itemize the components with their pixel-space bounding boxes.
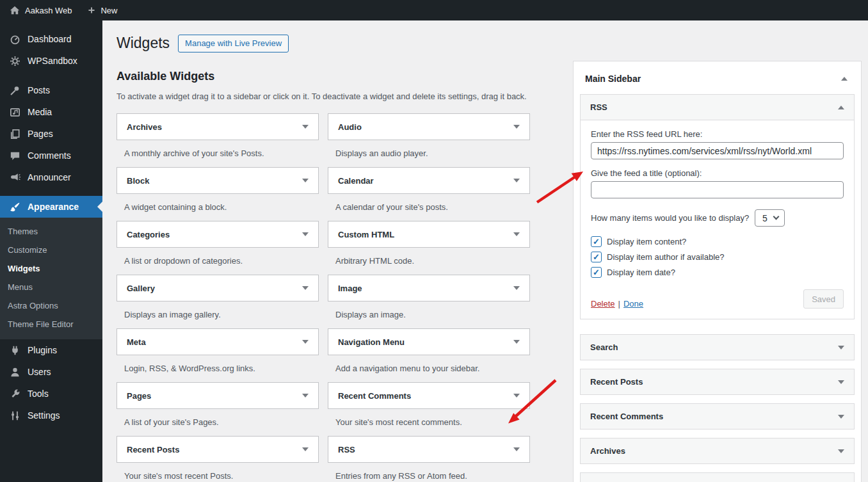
submenu-item-astra-options[interactable]: Astra Options [0, 296, 102, 315]
sidebar-item-settings[interactable]: Settings [0, 405, 102, 426]
available-widget-card[interactable]: Meta [117, 328, 319, 355]
available-widget-card[interactable]: Recent Posts [117, 436, 319, 463]
main-content: Widgets Manage with Live Preview Availab… [102, 20, 868, 482]
collapsed-widgets-list: Search Recent Posts Recent Comments [574, 334, 861, 464]
chevron-down-icon[interactable] [302, 286, 309, 290]
chevron-down-icon[interactable] [513, 286, 520, 290]
widget-description: A widget containing a block. [117, 194, 319, 221]
chevron-down-icon[interactable] [838, 449, 844, 453]
items-count-select[interactable]: 5 [755, 209, 785, 227]
sidebar-widget-header[interactable]: Archives [581, 438, 854, 463]
widget-action-links: Delete|Done [591, 299, 643, 309]
available-widget-card[interactable]: Gallery [117, 275, 319, 301]
available-widget-card[interactable]: Block [117, 167, 319, 194]
checkbox-checked-icon[interactable] [591, 236, 602, 247]
link-separator: | [618, 299, 620, 309]
widget-name: Recent Posts [127, 445, 179, 454]
new-label: New [100, 6, 117, 15]
chevron-down-icon[interactable] [302, 447, 309, 451]
sidebar-item-wpsandbox[interactable]: WPSandbox [0, 50, 102, 72]
site-name-menu[interactable]: Aakash Web [1, 0, 79, 20]
collapse-up-icon[interactable] [838, 106, 844, 109]
rss-widget-form: Enter the RSS feed URL here: Give the fe… [581, 120, 854, 319]
sidebar-widget-header[interactable]: Search [581, 335, 854, 360]
plus-icon [87, 6, 96, 15]
collapse-up-icon[interactable] [841, 77, 848, 81]
chevron-down-icon[interactable] [513, 447, 520, 451]
sidebar-item-label: Comments [28, 150, 71, 161]
sidebar-item-announcer[interactable]: Announcer [0, 166, 102, 188]
chevron-down-icon[interactable] [838, 346, 844, 349]
done-link[interactable]: Done [623, 299, 643, 309]
available-widget-card[interactable]: RSS [328, 436, 530, 463]
chevron-down-icon[interactable] [838, 380, 844, 384]
sidebar-item-dashboard[interactable]: Dashboard [0, 28, 102, 50]
available-widget-cell: Navigation Menu Add a navigation menu to… [328, 328, 530, 382]
chevron-down-icon[interactable] [513, 125, 520, 129]
widget-name: Categories [127, 230, 170, 239]
sidebar-widget-title: Recent Comments [590, 412, 663, 421]
sidebar-widget-header[interactable]: Recent Posts [581, 369, 854, 394]
home-icon [9, 4, 20, 16]
rss-url-input[interactable] [591, 142, 844, 159]
sidebar-item-posts[interactable]: Posts [0, 79, 102, 101]
available-widget-card[interactable]: Calendar [328, 167, 530, 194]
submenu-item-widgets[interactable]: Widgets [0, 259, 102, 278]
sidebar-item-appearance[interactable]: Appearance [0, 196, 102, 218]
widget-name: Block [127, 176, 149, 186]
submenu-item-themes[interactable]: Themes [0, 222, 102, 241]
widget-name: Custom HTML [338, 230, 394, 239]
checkbox-row: Display item author if available? [591, 252, 844, 262]
checkbox-checked-icon[interactable] [591, 267, 602, 278]
sidebar-widget-header[interactable]: Recent Comments [581, 404, 854, 429]
chevron-down-icon[interactable] [513, 179, 520, 182]
manage-live-preview-button[interactable]: Manage with Live Preview [178, 35, 289, 52]
submenu-item-menus[interactable]: Menus [0, 278, 102, 296]
available-widget-card[interactable]: Audio [328, 113, 530, 140]
new-content-menu[interactable]: New [79, 0, 125, 20]
submenu-item-theme-file-editor[interactable]: Theme File Editor [0, 315, 102, 333]
available-widget-card[interactable]: Categories [117, 221, 319, 248]
chevron-down-icon[interactable] [302, 340, 309, 344]
chevron-down-icon[interactable] [513, 394, 520, 398]
checkbox-label[interactable]: Display item content? [607, 237, 686, 246]
available-widgets-title: Available Widgets [117, 70, 531, 83]
sidebar-item-users[interactable]: Users [0, 361, 102, 383]
sidebar-item-label: Appearance [28, 202, 79, 212]
checkbox-checked-icon[interactable] [591, 252, 602, 262]
sidebar-widget-box: Archives [580, 438, 855, 464]
sidebar-item-media[interactable]: Media [0, 101, 102, 123]
available-widget-card[interactable]: Recent Comments [328, 382, 530, 409]
checkbox-label[interactable]: Display item author if available? [607, 252, 725, 262]
available-widget-card[interactable]: Image [328, 275, 530, 301]
chevron-down-icon[interactable] [302, 125, 309, 129]
saved-button[interactable]: Saved [803, 289, 844, 309]
sidebar-item-comments[interactable]: Comments [0, 145, 102, 166]
feed-title-input[interactable] [591, 181, 844, 198]
available-widget-card[interactable]: Custom HTML [328, 221, 530, 248]
chevron-down-icon[interactable] [838, 415, 844, 419]
rss-widget-header[interactable]: RSS [581, 95, 854, 120]
available-widget-card[interactable]: Navigation Menu [328, 328, 530, 355]
chevron-down-icon[interactable] [513, 232, 520, 236]
admin-bar: Aakash Web New [0, 0, 868, 20]
submenu-item-customize[interactable]: Customize [0, 241, 102, 259]
available-widget-card[interactable]: Archives [117, 113, 319, 140]
chevron-down-icon[interactable] [302, 232, 309, 236]
chevron-down-icon[interactable] [513, 340, 520, 344]
widget-description: A list of your site's Pages. [117, 409, 319, 436]
available-widget-cell: Block A widget containing a block. [117, 167, 319, 221]
chevron-down-icon[interactable] [302, 394, 309, 398]
chevron-down-icon[interactable] [302, 179, 309, 182]
checkbox-label[interactable]: Display item date? [607, 268, 675, 277]
sidebar-item-tools[interactable]: Tools [0, 383, 102, 405]
main-sidebar-title: Main Sidebar [585, 74, 641, 84]
available-widgets-section: Available Widgets To activate a widget d… [117, 70, 531, 482]
available-widget-card[interactable]: Pages [117, 382, 319, 409]
chevron-down-icon [773, 214, 780, 220]
sidebar-item-pages[interactable]: Pages [0, 123, 102, 145]
available-widget-cell: Gallery Displays an image gallery. [117, 275, 319, 328]
delete-link[interactable]: Delete [591, 299, 615, 309]
available-widget-cell: Recent Comments Your site's most recent … [328, 382, 530, 436]
sidebar-item-plugins[interactable]: Plugins [0, 339, 102, 361]
